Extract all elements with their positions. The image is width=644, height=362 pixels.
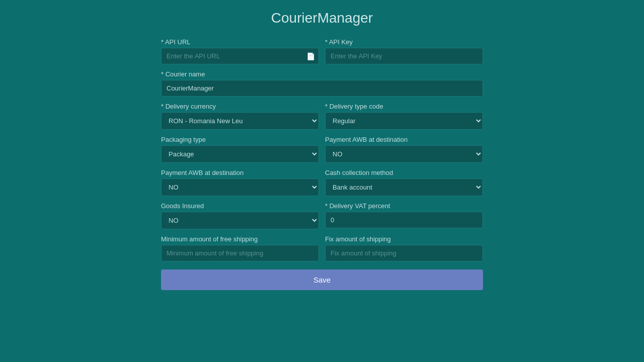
group-delivery-vat: * Delivery VAT percent	[325, 202, 483, 229]
courier-name-input[interactable]	[161, 80, 483, 97]
payment-awb-destination-select[interactable]: NO	[325, 145, 483, 163]
api-key-label: * API Key	[325, 38, 483, 46]
row-packaging-payment: Packaging type Package Payment AWB at de…	[161, 136, 483, 163]
form-container: * API URL 📄 * API Key * Courier name * D…	[161, 38, 483, 296]
group-api-key: * API Key	[325, 38, 483, 64]
goods-insured-select[interactable]: NO	[161, 212, 319, 229]
delivery-type-code-select[interactable]: Regular	[325, 112, 483, 130]
group-save: Save	[161, 267, 483, 290]
delivery-currency-label: * Delivery currency	[161, 103, 319, 110]
min-free-shipping-input[interactable]	[161, 245, 319, 261]
group-courier-name: * Courier name	[161, 70, 483, 97]
group-packaging-type: Packaging type Package	[161, 136, 319, 163]
api-key-input[interactable]	[325, 48, 483, 64]
fix-amount-shipping-input[interactable]	[325, 245, 483, 261]
save-button[interactable]: Save	[161, 269, 483, 290]
group-payment-awb-destination2: Payment AWB at destination NO	[161, 169, 319, 196]
cash-collection-method-label: Cash collection method	[325, 169, 483, 176]
payment-awb-destination2-label: Payment AWB at destination	[161, 169, 319, 176]
row-api: * API URL 📄 * API Key	[161, 38, 483, 64]
group-api-url: * API URL 📄	[161, 38, 319, 64]
row-goods-vat: Goods Insured NO * Delivery VAT percent	[161, 202, 483, 229]
group-min-free-shipping: Minimum amount of free shipping	[161, 235, 319, 261]
group-cash-collection-method: Cash collection method Bank account	[325, 169, 483, 196]
delivery-type-code-label: * Delivery type code	[325, 103, 483, 110]
packaging-type-label: Packaging type	[161, 136, 319, 143]
page-title: CourierManager	[271, 10, 373, 26]
group-fix-amount-shipping: Fix amount of shipping	[325, 235, 483, 261]
min-free-shipping-label: Minimum amount of free shipping	[161, 235, 319, 243]
row-save: Save	[161, 267, 483, 290]
goods-insured-label: Goods Insured	[161, 202, 319, 210]
row-shipping-amounts: Minimum amount of free shipping Fix amou…	[161, 235, 483, 261]
group-payment-awb-destination: Payment AWB at destination NO	[325, 136, 483, 163]
courier-name-label: * Courier name	[161, 70, 483, 78]
api-url-icon: 📄	[306, 52, 315, 60]
row-courier-name: * Courier name	[161, 70, 483, 97]
api-url-input[interactable]	[161, 48, 319, 64]
delivery-vat-label: * Delivery VAT percent	[325, 202, 483, 210]
api-url-label: * API URL	[161, 38, 319, 46]
cash-collection-method-select[interactable]: Bank account	[325, 178, 483, 196]
packaging-type-select[interactable]: Package	[161, 145, 319, 163]
row-currency-type: * Delivery currency RON - Romania New Le…	[161, 103, 483, 130]
fix-amount-shipping-label: Fix amount of shipping	[325, 235, 483, 243]
payment-awb-destination2-select[interactable]: NO	[161, 178, 319, 196]
payment-awb-destination-label: Payment AWB at destination	[325, 136, 483, 143]
group-goods-insured: Goods Insured NO	[161, 202, 319, 229]
group-delivery-currency: * Delivery currency RON - Romania New Le…	[161, 103, 319, 130]
delivery-currency-select[interactable]: RON - Romania New Leu	[161, 112, 319, 130]
group-delivery-type-code: * Delivery type code Regular	[325, 103, 483, 130]
api-url-wrapper: 📄	[161, 48, 319, 64]
delivery-vat-input[interactable]	[325, 212, 483, 228]
row-payment-cash: Payment AWB at destination NO Cash colle…	[161, 169, 483, 196]
